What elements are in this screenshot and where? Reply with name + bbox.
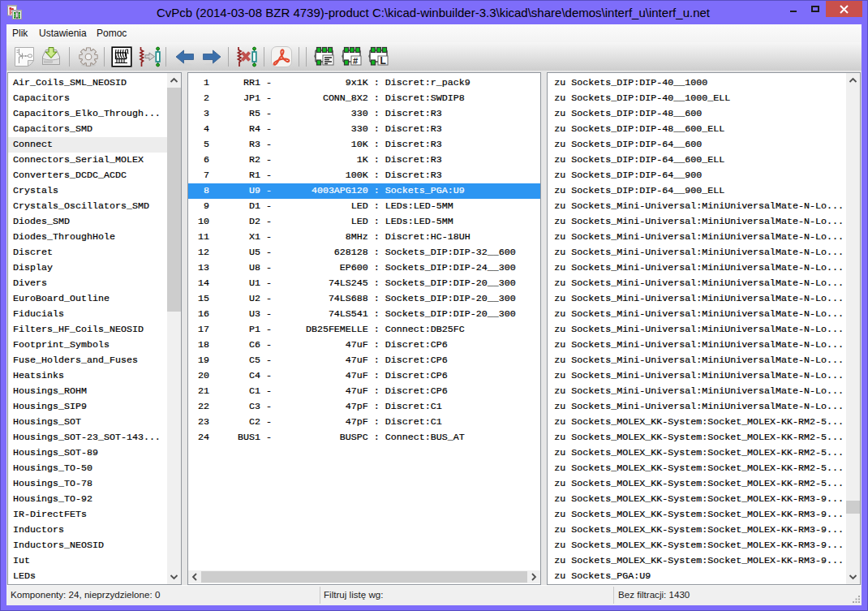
svg-text:L: L: [380, 55, 386, 67]
svg-text:#: #: [353, 56, 358, 66]
